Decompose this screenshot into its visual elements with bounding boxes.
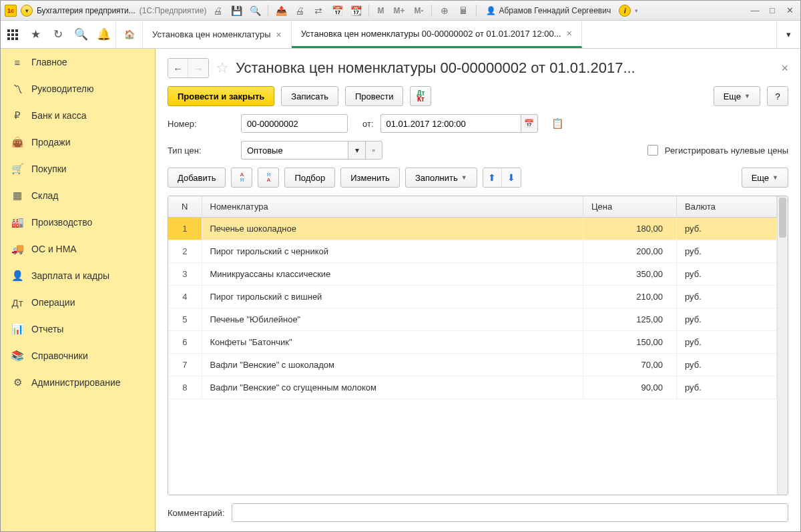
scrollbar-thumb[interactable] [779, 198, 786, 238]
tab-label: Установка цен номенклатуры [152, 29, 271, 39]
tab-item-active[interactable]: Установка цен номенклатуры 00-00000002 о… [292, 21, 582, 48]
sidebar-item-gear[interactable]: ⚙Администрирование [1, 369, 155, 396]
tab-close-icon[interactable]: × [276, 29, 282, 40]
cell-currency: руб. [677, 376, 777, 399]
dropdown-round-button[interactable]: ▾ [21, 5, 33, 17]
favorite-star-icon[interactable]: ★ [29, 28, 42, 41]
tab-close-icon[interactable]: × [567, 28, 572, 39]
info-icon[interactable]: i [619, 5, 631, 17]
history-icon[interactable]: ↻ [51, 28, 65, 41]
move-up-button[interactable]: ⬆ [483, 168, 502, 187]
doc-go-icon[interactable]: 📤 [274, 3, 288, 18]
cell-currency: руб. [677, 218, 777, 240]
sidebar-item-person[interactable]: 👤Зарплата и кадры [1, 262, 155, 289]
dtkt-icon: ДтКт [417, 90, 425, 102]
cell-currency: руб. [677, 286, 777, 308]
doc-close-button[interactable]: × [781, 61, 788, 75]
number-input[interactable] [241, 114, 348, 133]
print-icon[interactable]: 🖨 [210, 3, 225, 18]
table-row[interactable]: 6Конфеты "Батончик"150,00руб. [168, 331, 777, 354]
m-button[interactable]: M [374, 6, 386, 15]
table-more-button[interactable]: Еще ▼ [742, 168, 788, 188]
user-indicator[interactable]: 👤 Абрамов Геннадий Сергеевич [482, 6, 615, 15]
status-check-icon[interactable]: 📋 [551, 117, 564, 129]
table-scroll[interactable]: N Номенклатура Цена Валюта 1Печенье шоко… [168, 196, 777, 495]
table-row[interactable]: 7Вафли "Венские" с шоколадом70,00руб. [168, 354, 777, 376]
post-button[interactable]: Провести [345, 86, 404, 106]
col-n[interactable]: N [168, 196, 202, 218]
table-wrap: N Номенклатура Цена Валюта 1Печенье шоко… [168, 196, 788, 495]
preview-icon[interactable]: 🔍 [248, 3, 262, 18]
zoom-icon[interactable]: ⊕ [437, 3, 452, 18]
search-icon[interactable]: 🔍 [74, 28, 87, 41]
cell-n: 5 [168, 308, 202, 331]
home-button[interactable]: 🏠 [116, 21, 143, 48]
fill-button[interactable]: Заполнить ▼ [405, 168, 477, 188]
help-button[interactable]: ? [767, 86, 788, 106]
pick-button[interactable]: Подбор [284, 168, 335, 188]
price-type-input[interactable] [241, 141, 348, 160]
titlebar: 1c ▾ Бухгалтерия предприяти... (1С:Предп… [1, 1, 800, 21]
add-row-button[interactable]: Добавить [168, 168, 226, 188]
sort-asc-button[interactable]: АЯ [231, 168, 252, 188]
calendar-picker-icon[interactable]: 📅 [521, 114, 538, 133]
register-zero-checkbox[interactable] [647, 145, 658, 156]
doc-print-icon[interactable]: 🖨 [292, 3, 307, 18]
table-row[interactable]: 3Миникруассаны классические350,00руб. [168, 263, 777, 286]
sidebar-item-cart[interactable]: 🛒Покупки [1, 156, 155, 182]
sidebar-item-label: Продажи [31, 137, 70, 148]
sort-desc-button[interactable]: ЯА [258, 168, 279, 188]
favorite-toggle-icon[interactable]: ☆ [216, 59, 229, 77]
sidebar-item-dtkt[interactable]: ДтОперации [1, 289, 155, 316]
maximize-button[interactable]: □ [766, 4, 779, 17]
sidebar-item-boxes[interactable]: ▦Склад [1, 182, 155, 209]
tabs-dropdown[interactable]: ▾ [776, 21, 800, 48]
m-plus-button[interactable]: M+ [390, 6, 407, 15]
table-row[interactable]: 2Пирог тирольский с черникой200,00руб. [168, 240, 777, 263]
date-input-group: 📅 [380, 114, 538, 133]
compare-icon[interactable]: ⇄ [311, 3, 326, 18]
comment-input[interactable] [232, 503, 789, 522]
chart-icon: 〽 [11, 83, 23, 95]
save-icon[interactable]: 💾 [229, 3, 244, 18]
table-row[interactable]: 5Печенье "Юбилейное"125,00руб. [168, 308, 777, 331]
m-minus-button[interactable]: M- [411, 6, 426, 15]
sidebar-item-ruble[interactable]: ₽Банк и касса [1, 102, 155, 129]
more-button[interactable]: Еще▼ [714, 86, 760, 106]
close-window-button[interactable]: ✕ [783, 4, 796, 17]
user-name: Абрамов Геннадий Сергеевич [499, 6, 611, 15]
nav-back-button[interactable]: ← [168, 59, 188, 77]
save-button[interactable]: Записать [281, 86, 338, 106]
calendar31-icon[interactable]: 📆 [348, 3, 363, 18]
nav-forward-button[interactable]: → [188, 59, 208, 77]
move-down-button[interactable]: ⬇ [502, 168, 521, 187]
apps-grid-icon[interactable] [6, 28, 19, 41]
bag-icon: 👜 [11, 136, 23, 148]
table-row[interactable]: 8Вафли "Венские" со сгущенным молоком90,… [168, 376, 777, 399]
sidebar-item-chart[interactable]: 〽Руководителю [1, 75, 155, 102]
open-ref-icon[interactable]: ▫ [365, 141, 382, 160]
change-button[interactable]: Изменить [340, 168, 400, 188]
calendar-icon[interactable]: 📅 [330, 3, 344, 18]
calc-icon[interactable]: 🖩 [456, 3, 471, 18]
col-name[interactable]: Номенклатура [202, 196, 583, 218]
dropdown-icon[interactable]: ▾ [348, 141, 365, 160]
col-price[interactable]: Цена [583, 196, 677, 218]
sidebar-item-books[interactable]: 📚Справочники [1, 342, 155, 369]
sidebar-item-truck[interactable]: 🚚ОС и НМА [1, 236, 155, 262]
notifications-icon[interactable]: 🔔 [97, 28, 110, 41]
table-scrollbar[interactable] [777, 196, 788, 495]
date-input[interactable] [380, 114, 521, 133]
sidebar-item-factory[interactable]: 🏭Производство [1, 209, 155, 236]
table-row[interactable]: 1Печенье шоколадное180,00руб. [168, 218, 777, 240]
sidebar-item-menu[interactable]: ≡Главное [1, 49, 155, 75]
tab-item[interactable]: Установка цен номенклатуры × [143, 21, 292, 48]
table-row[interactable]: 4Пирог тирольский с вишней210,00руб. [168, 286, 777, 308]
sidebar-item-bars[interactable]: 📊Отчеты [1, 316, 155, 342]
dtkt-button[interactable]: ДтКт [410, 86, 431, 106]
post-and-close-button[interactable]: Провести и закрыть [168, 86, 274, 106]
sidebar-item-bag[interactable]: 👜Продажи [1, 129, 155, 156]
bars-icon: 📊 [11, 323, 23, 335]
minimize-button[interactable]: — [748, 4, 762, 17]
col-currency[interactable]: Валюта [677, 196, 777, 218]
